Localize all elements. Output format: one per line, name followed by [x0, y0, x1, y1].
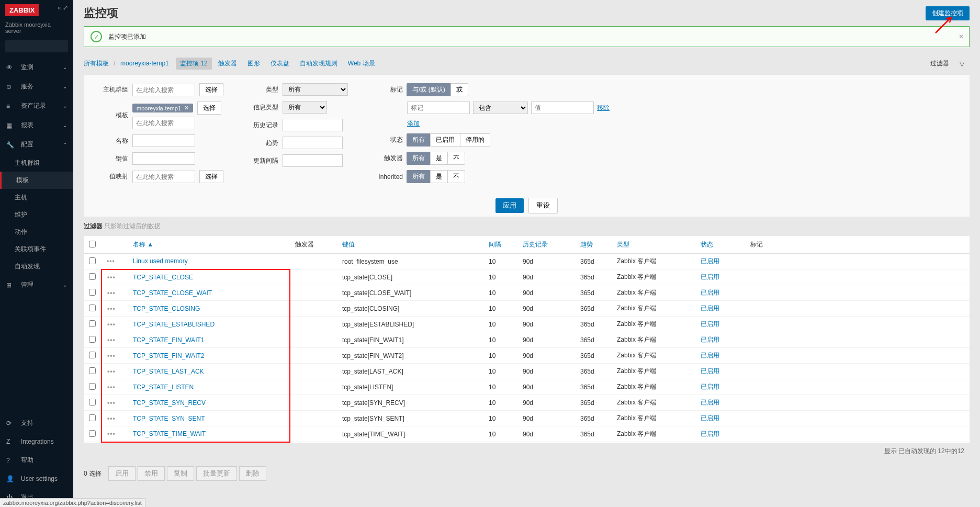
bulk-action-button[interactable]: 启用	[108, 466, 136, 481]
bulk-action-button[interactable]: 禁用	[138, 466, 165, 481]
item-name-link[interactable]: TCP_STATE_FIN_WAIT2	[133, 352, 204, 359]
breadcrumb-tab[interactable]: 监控项 12	[176, 58, 212, 70]
item-status-link[interactable]: 已启用	[701, 414, 719, 422]
breadcrumb-all-templates[interactable]: 所有模板	[84, 60, 109, 67]
header-status[interactable]: 状态	[701, 241, 713, 248]
row-checkbox[interactable]	[89, 257, 96, 264]
header-history[interactable]: 历史记录	[523, 241, 548, 248]
row-actions-icon[interactable]: •••	[107, 336, 116, 344]
row-actions-icon[interactable]: •••	[107, 274, 116, 281]
history-input[interactable]	[283, 119, 343, 131]
item-status-link[interactable]: 已启用	[701, 257, 719, 265]
row-checkbox[interactable]	[89, 352, 96, 358]
header-name[interactable]: 名称 ▲	[133, 241, 153, 248]
breadcrumb-tab[interactable]: 图形	[243, 58, 264, 70]
item-name-link[interactable]: TCP_STATE_SYN_RECV	[133, 399, 206, 407]
nav-manage[interactable]: ⊞ 管理 ⌄	[0, 275, 73, 295]
nav-sub-item[interactable]: 主机群组	[0, 154, 73, 172]
bulk-action-button[interactable]: 删除	[239, 466, 266, 481]
item-name-link[interactable]: TCP_STATE_ESTABLISHED	[133, 321, 215, 328]
breadcrumb-tab[interactable]: 自动发现规则	[296, 58, 342, 70]
item-name-link[interactable]: TCP_STATE_LISTEN	[133, 384, 194, 391]
row-actions-icon[interactable]: •••	[107, 368, 116, 375]
nav-sub-item[interactable]: 动作	[0, 223, 73, 241]
template-chip[interactable]: mooreyxia-temp1✕	[132, 104, 193, 112]
trends-input[interactable]	[283, 137, 343, 149]
filter-toggle-label[interactable]: 过滤器	[925, 57, 954, 70]
nav-sub-item[interactable]: 自动发现	[0, 258, 73, 275]
search-box[interactable]: 🔍	[5, 40, 68, 52]
nav-bottom-item[interactable]: ? 帮助	[0, 450, 73, 470]
item-name-link[interactable]: TCP_STATE_SYN_SENT	[133, 415, 205, 422]
item-status-link[interactable]: 已启用	[701, 320, 719, 328]
logo[interactable]: ZABBIX	[5, 4, 39, 16]
row-actions-icon[interactable]: •••	[107, 289, 116, 297]
row-checkbox[interactable]	[89, 414, 96, 421]
breadcrumb-tab[interactable]: 仪表盘	[266, 58, 294, 70]
nav-bottom-item[interactable]: 👤 User settings	[0, 470, 73, 488]
nav-sub-item[interactable]: 关联项事件	[0, 241, 73, 258]
item-name-link[interactable]: TCP_STATE_TIME_WAIT	[133, 430, 206, 437]
row-actions-icon[interactable]: •••	[107, 430, 116, 437]
apply-button[interactable]: 应用	[495, 198, 524, 213]
status-option[interactable]: 停用的	[460, 133, 490, 147]
logo-icons[interactable]: « ⤢	[58, 4, 68, 12]
nav-section[interactable]: ⊙ 服务 ⌄	[0, 77, 73, 96]
nav-bottom-item[interactable]: ⟳ 支持	[0, 413, 73, 433]
status-option[interactable]: 所有	[407, 133, 431, 147]
nav-bottom-item[interactable]: Z Integrations	[0, 433, 73, 450]
nav-section[interactable]: 🔧 配置 ⌃	[0, 135, 73, 154]
key-input[interactable]	[132, 152, 195, 165]
item-status-link[interactable]: 已启用	[701, 352, 719, 359]
inherited-option[interactable]: 不	[447, 170, 465, 183]
nav-sub-item[interactable]: 模板	[0, 172, 73, 189]
triggers-option[interactable]: 所有	[407, 152, 431, 165]
tags-mode-andor[interactable]: 与/或 (默认)	[407, 83, 451, 96]
breadcrumb-tab[interactable]: Web 场景	[344, 58, 379, 70]
breadcrumb-tab[interactable]: 触发器	[214, 58, 241, 70]
tag-remove-link[interactable]: 移除	[597, 104, 610, 112]
bulk-action-button[interactable]: 复制	[167, 466, 194, 481]
item-status-link[interactable]: 已启用	[701, 399, 719, 406]
filter-toggle[interactable]: 过滤器 ▽	[925, 57, 970, 70]
tag-add-link[interactable]: 添加	[407, 119, 420, 128]
row-actions-icon[interactable]: •••	[107, 305, 116, 312]
row-checkbox[interactable]	[89, 383, 96, 390]
nav-sub-item[interactable]: 维护	[0, 206, 73, 223]
header-trends[interactable]: 趋势	[580, 241, 593, 248]
nav-section[interactable]: 👁 监测 ⌄	[0, 58, 73, 77]
item-status-link[interactable]: 已启用	[701, 305, 719, 312]
item-name-link[interactable]: Linux used memory	[133, 257, 188, 265]
row-checkbox[interactable]	[89, 305, 96, 311]
bulk-action-button[interactable]: 批量更新	[196, 466, 237, 481]
row-checkbox[interactable]	[89, 367, 96, 374]
row-checkbox[interactable]	[89, 273, 96, 280]
nav-section[interactable]: ▦ 报表 ⌄	[0, 116, 73, 135]
status-option[interactable]: 已启用	[430, 133, 460, 147]
header-type[interactable]: 类型	[617, 241, 629, 248]
item-status-link[interactable]: 已启用	[701, 383, 719, 390]
row-checkbox[interactable]	[89, 289, 96, 296]
row-checkbox[interactable]	[89, 336, 96, 343]
create-item-button[interactable]: 创建监控项	[926, 6, 970, 20]
item-status-link[interactable]: 已启用	[701, 289, 719, 296]
inherited-option[interactable]: 所有	[407, 170, 431, 183]
inherited-option[interactable]: 是	[430, 170, 448, 183]
host-group-input[interactable]	[132, 84, 195, 96]
tag-name-input[interactable]	[407, 102, 470, 114]
close-icon[interactable]: ✕	[959, 33, 964, 40]
item-name-link[interactable]: TCP_STATE_FIN_WAIT1	[133, 336, 204, 344]
item-status-link[interactable]: 已启用	[701, 336, 719, 343]
name-input[interactable]	[132, 134, 195, 147]
triggers-option[interactable]: 是	[430, 152, 448, 165]
nav-sub-item[interactable]: 主机	[0, 189, 73, 206]
item-status-link[interactable]: 已启用	[701, 273, 719, 280]
chip-remove-icon[interactable]: ✕	[184, 105, 189, 111]
header-key[interactable]: 键值	[342, 241, 355, 248]
template-select-button[interactable]: 选择	[197, 102, 221, 115]
reset-button[interactable]: 重设	[528, 198, 558, 213]
row-actions-icon[interactable]: •••	[107, 352, 116, 359]
tag-value-input[interactable]	[531, 102, 594, 114]
type-select[interactable]: 所有	[283, 83, 348, 96]
row-actions-icon[interactable]: •••	[107, 384, 116, 391]
